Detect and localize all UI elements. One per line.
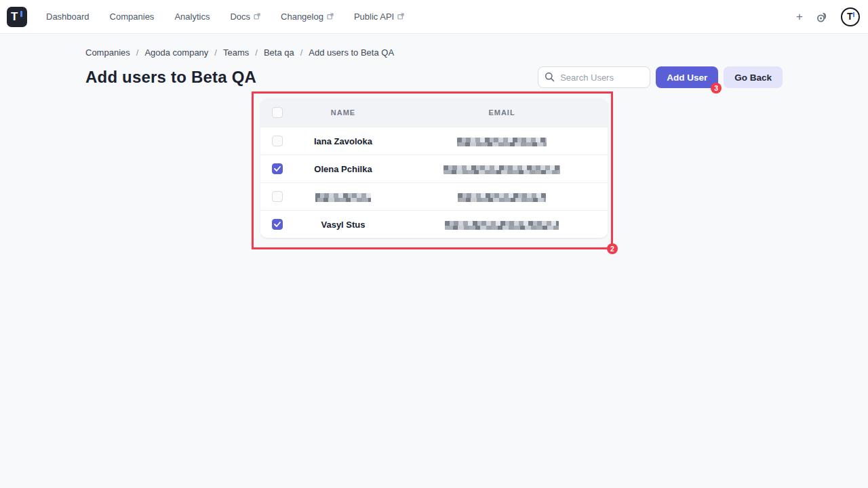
nav-item-analytics[interactable]: Analytics <box>174 12 210 22</box>
breadcrumb-item[interactable]: Beta qa <box>264 47 294 58</box>
row-checkbox-cell <box>260 136 290 146</box>
nav-item-docs[interactable]: Docs <box>230 12 260 22</box>
header-checkbox-cell <box>260 107 290 118</box>
nav-item-label: Dashboard <box>46 12 90 22</box>
redacted-email <box>457 138 547 146</box>
user-name-cell <box>290 191 396 201</box>
avatar-accent <box>853 12 854 17</box>
row-checkbox-unchecked[interactable] <box>272 136 283 146</box>
nav-item-companies[interactable]: Companies <box>110 12 155 22</box>
user-email-cell <box>396 136 608 146</box>
breadcrumb-item[interactable]: Add users to Beta QA <box>309 47 394 58</box>
top-navigation-bar: T DashboardCompaniesAnalyticsDocsChangel… <box>0 0 868 34</box>
redacted-email <box>458 193 546 202</box>
table-row: Iana Zavoloka <box>260 127 608 155</box>
title-row: Add users to Beta QA Add User 3 Go Back <box>85 66 783 88</box>
breadcrumb-item[interactable]: Teams <box>223 47 249 58</box>
avatar-letter: T <box>847 11 853 22</box>
user-name-cell: Olena Pchilka <box>290 164 396 174</box>
annotation-badge-2: 2 <box>607 243 618 254</box>
row-checkbox-cell <box>260 191 290 202</box>
external-link-icon <box>327 12 334 22</box>
add-user-label: Add User <box>667 73 707 83</box>
user-email-cell <box>396 191 608 201</box>
logo-accent <box>20 11 22 17</box>
topbar-right: + T <box>796 7 860 26</box>
user-email-cell <box>396 163 608 174</box>
add-user-button[interactable]: Add User 3 <box>656 66 718 88</box>
nav-item-dashboard[interactable]: Dashboard <box>46 12 90 22</box>
user-name-cell: Iana Zavoloka <box>290 136 396 146</box>
nav-item-label: Public API <box>354 12 394 22</box>
toolbar: Add User 3 Go Back <box>538 66 783 88</box>
breadcrumb-separator: / <box>214 47 217 58</box>
table-body: Iana ZavolokaOlena PchilkaVasyl Stus <box>260 127 608 238</box>
page-title: Add users to Beta QA <box>85 68 256 87</box>
select-all-checkbox[interactable] <box>272 107 283 118</box>
nav-item-label: Analytics <box>174 12 210 22</box>
column-header-email: EMAIL <box>396 108 608 117</box>
breadcrumb-separator: / <box>136 47 139 58</box>
user-avatar[interactable]: T <box>841 7 860 26</box>
redacted-email <box>445 221 559 230</box>
page-content: Companies/Agoda company/Teams/Beta qa/Ad… <box>85 47 783 238</box>
support-icon[interactable] <box>815 10 829 24</box>
external-link-icon <box>397 12 404 22</box>
user-email-cell <box>396 219 608 229</box>
nav-item-public-api[interactable]: Public API <box>354 12 404 22</box>
external-link-icon <box>254 12 260 22</box>
nav-item-label: Companies <box>110 12 155 22</box>
breadcrumb: Companies/Agoda company/Teams/Beta qa/Ad… <box>85 47 783 58</box>
redacted-name <box>315 193 371 202</box>
column-header-name: NAME <box>290 108 396 117</box>
table-zone: 2 NAME EMAIL Iana ZavolokaOlena PchilkaV… <box>85 98 783 238</box>
row-checkbox-unchecked[interactable] <box>272 191 283 202</box>
table-row: Olena Pchilka <box>260 155 608 182</box>
logo-letter: T <box>11 10 18 23</box>
search-icon <box>545 72 555 82</box>
table-row <box>260 182 608 210</box>
users-table: NAME EMAIL Iana ZavolokaOlena PchilkaVas… <box>260 98 608 238</box>
row-checkbox-cell <box>260 163 290 174</box>
nav-item-changelog[interactable]: Changelog <box>281 12 334 22</box>
nav-item-label: Docs <box>230 12 250 22</box>
row-checkbox-checked[interactable] <box>272 219 283 230</box>
search-wrap <box>538 66 650 88</box>
breadcrumb-separator: / <box>300 47 303 58</box>
nav-item-label: Changelog <box>281 12 323 22</box>
go-back-button[interactable]: Go Back <box>724 66 783 88</box>
breadcrumb-separator: / <box>255 47 258 58</box>
app-logo[interactable]: T <box>7 7 27 27</box>
redacted-email <box>443 165 560 174</box>
table-header-row: NAME EMAIL <box>260 98 608 127</box>
annotation-badge-3: 3 <box>711 83 722 94</box>
card-wrap: 2 NAME EMAIL Iana ZavolokaOlena PchilkaV… <box>260 98 608 238</box>
breadcrumb-item[interactable]: Agoda company <box>144 47 208 58</box>
breadcrumb-item[interactable]: Companies <box>85 47 130 58</box>
go-back-label: Go Back <box>734 73 772 83</box>
row-checkbox-cell <box>260 219 290 230</box>
user-name-cell: Vasyl Stus <box>290 220 396 230</box>
row-checkbox-checked[interactable] <box>272 163 283 174</box>
main-nav: DashboardCompaniesAnalyticsDocsChangelog… <box>46 12 404 22</box>
plus-icon[interactable]: + <box>796 11 803 22</box>
table-row: Vasyl Stus <box>260 210 608 238</box>
